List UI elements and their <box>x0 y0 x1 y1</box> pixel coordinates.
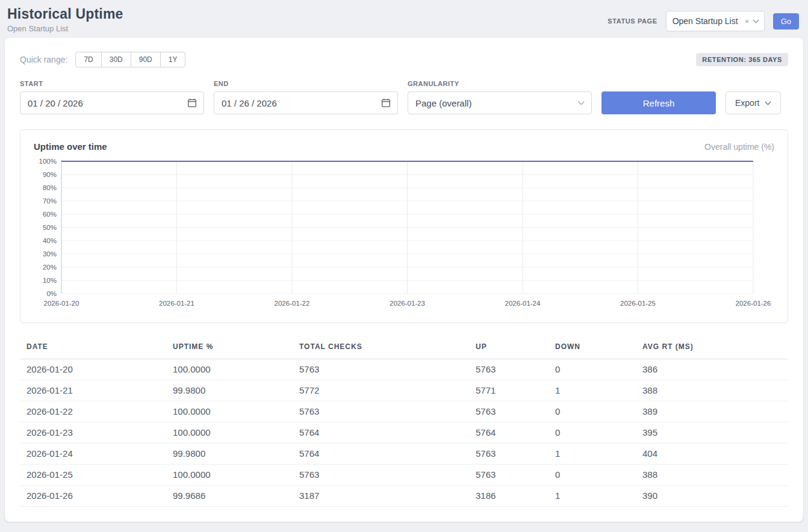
column-header: UP <box>469 336 549 359</box>
svg-text:0%: 0% <box>46 290 57 297</box>
table-row: 2026-01-2499.9800576457631404 <box>20 444 788 465</box>
quick-range-label: Quick range: <box>20 55 67 64</box>
filter-form: START 01 / 20 / 2026 END 01 / 26 / 2026 … <box>20 80 788 114</box>
chart-title: Uptime over time <box>34 141 107 152</box>
svg-text:80%: 80% <box>43 184 57 191</box>
retention-badge: RETENTION: 365 DAYS <box>696 53 788 66</box>
start-date-input[interactable]: 01 / 20 / 2026 <box>20 91 204 114</box>
svg-text:50%: 50% <box>43 224 57 231</box>
svg-text:2026-01-25: 2026-01-25 <box>620 300 656 307</box>
column-header: AVG RT (MS) <box>636 336 788 359</box>
main-panel: Quick range: 7D30D90D1Y RETENTION: 365 D… <box>5 38 803 522</box>
chevron-down-icon <box>765 101 771 105</box>
chart-legend: Overall uptime (%) <box>704 142 774 152</box>
quick-range-30d[interactable]: 30D <box>101 52 131 67</box>
granularity-field-wrap: GRANULARITY Page (overall) <box>408 80 592 114</box>
granularity-label: GRANULARITY <box>408 80 592 87</box>
export-button[interactable]: Export <box>726 91 781 114</box>
svg-text:20%: 20% <box>43 264 57 271</box>
svg-text:30%: 30% <box>43 250 57 258</box>
table-header-row: DATEUPTIME %TOTAL CHECKSUPDOWNAVG RT (MS… <box>20 336 788 359</box>
end-date-value: 01 / 26 / 2026 <box>222 98 277 108</box>
refresh-button[interactable]: Refresh <box>601 91 716 114</box>
calendar-icon[interactable] <box>187 98 197 108</box>
chevron-down-icon <box>753 19 759 23</box>
start-date-field-wrap: START 01 / 20 / 2026 <box>20 80 204 114</box>
page-subtitle: Open Startup List <box>7 24 123 33</box>
column-header: DATE <box>20 336 166 359</box>
svg-text:70%: 70% <box>43 197 57 205</box>
page-header: Historical Uptime Open Startup List STAT… <box>0 0 808 38</box>
status-page-label: STATUS PAGE <box>608 17 657 25</box>
table-row: 2026-01-22100.0000576357630389 <box>20 401 788 422</box>
title-block: Historical Uptime Open Startup List <box>7 6 123 33</box>
table-row: 2026-01-20100.0000576357630386 <box>20 359 788 380</box>
quick-range-left: Quick range: 7D30D90D1Y <box>20 52 185 67</box>
column-header: DOWN <box>549 336 636 359</box>
calendar-icon[interactable] <box>381 98 391 108</box>
export-button-label: Export <box>735 98 759 108</box>
quick-range-group: 7D30D90D1Y <box>75 52 185 67</box>
svg-text:100%: 100% <box>39 158 57 165</box>
svg-text:2026-01-24: 2026-01-24 <box>505 300 541 307</box>
uptime-chart: 100%90%80%70%60%50%40%30%20%10%0%2026-01… <box>34 156 772 314</box>
header-controls: STATUS PAGE Open Startup List × Go <box>608 11 799 31</box>
svg-text:60%: 60% <box>43 211 57 218</box>
go-button[interactable]: Go <box>773 13 799 29</box>
quick-range-1y[interactable]: 1Y <box>160 52 186 67</box>
granularity-selected-value: Page (overall) <box>415 98 471 108</box>
chart-header: Uptime over time Overall uptime (%) <box>34 141 774 152</box>
uptime-chart-card: Uptime over time Overall uptime (%) 100%… <box>20 129 788 323</box>
svg-text:2026-01-22: 2026-01-22 <box>275 300 310 307</box>
quick-range-7d[interactable]: 7D <box>75 52 101 67</box>
chevron-down-icon <box>578 101 585 105</box>
end-date-label: END <box>214 80 398 87</box>
column-header: UPTIME % <box>166 336 293 359</box>
svg-text:2026-01-23: 2026-01-23 <box>390 300 425 307</box>
table-row: 2026-01-25100.0000576357630388 <box>20 465 788 486</box>
svg-text:2026-01-20: 2026-01-20 <box>44 300 79 307</box>
svg-text:40%: 40% <box>43 237 57 244</box>
granularity-select[interactable]: Page (overall) <box>408 91 592 114</box>
table-body: 2026-01-20100.00005763576303862026-01-21… <box>20 359 788 507</box>
quick-range-row: Quick range: 7D30D90D1Y RETENTION: 365 D… <box>20 52 788 67</box>
quick-range-90d[interactable]: 90D <box>131 52 161 67</box>
end-date-field-wrap: END 01 / 26 / 2026 <box>214 80 398 114</box>
start-date-value: 01 / 20 / 2026 <box>28 98 83 108</box>
status-page-select[interactable]: Open Startup List × <box>666 11 765 31</box>
svg-text:90%: 90% <box>43 171 57 178</box>
clear-icon[interactable]: × <box>745 17 750 26</box>
table-row: 2026-01-2699.9686318731861390 <box>20 486 788 507</box>
svg-text:10%: 10% <box>43 277 57 284</box>
chart-area: 100%90%80%70%60%50%40%30%20%10%0%2026-01… <box>34 156 774 317</box>
page-title: Historical Uptime <box>7 6 123 22</box>
table-row: 2026-01-23100.0000576457640395 <box>20 422 788 444</box>
status-page-selected-value: Open Startup List <box>673 16 744 26</box>
svg-text:2026-01-26: 2026-01-26 <box>736 300 771 307</box>
table-row: 2026-01-2199.9800577257711388 <box>20 380 788 401</box>
start-date-label: START <box>20 80 204 87</box>
svg-text:2026-01-21: 2026-01-21 <box>159 300 194 307</box>
column-header: TOTAL CHECKS <box>293 336 469 359</box>
end-date-input[interactable]: 01 / 26 / 2026 <box>214 91 398 114</box>
uptime-table: DATEUPTIME %TOTAL CHECKSUPDOWNAVG RT (MS… <box>20 336 788 507</box>
